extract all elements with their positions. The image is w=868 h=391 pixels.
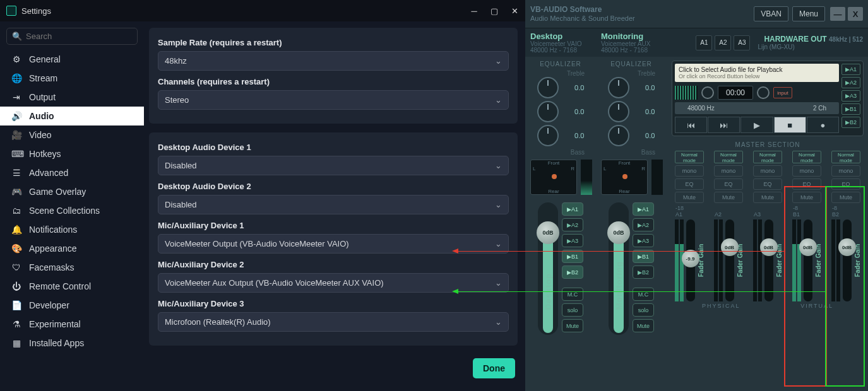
- a2-eq-button[interactable]: EQ: [714, 178, 743, 190]
- desktop-mc-button[interactable]: M.C: [562, 288, 583, 301]
- sidebar-item-stream[interactable]: 🌐Stream: [0, 69, 144, 88]
- sidebar-item-scenecollections[interactable]: 🗂Scene Collections: [0, 201, 144, 220]
- sidebar-item-appearance[interactable]: 🎨Appearance: [0, 239, 144, 258]
- b1-fader[interactable]: 0dB: [804, 219, 812, 301]
- desktop-b2-button[interactable]: ▶B2: [562, 266, 583, 279]
- a3-fader[interactable]: 0dB: [764, 219, 773, 301]
- a3-eq-button[interactable]: EQ: [753, 178, 782, 190]
- rewind-button[interactable]: ⏮: [675, 117, 707, 133]
- b1-eq-button[interactable]: EQ: [792, 178, 821, 190]
- rec-a3-button[interactable]: ▶A3: [841, 90, 860, 102]
- mon-b1-button[interactable]: ▶B1: [633, 250, 654, 263]
- menu-button[interactable]: Menu: [792, 6, 825, 21]
- mon-a1-button[interactable]: ▶A1: [633, 202, 654, 216]
- a2-mute-button[interactable]: Mute: [714, 192, 743, 203]
- a1-mono-button[interactable]: mono: [675, 165, 704, 177]
- sidebar-item-advanced[interactable]: ☰Advanced: [0, 163, 144, 182]
- sidebar-item-installedapps[interactable]: ▦Installed Apps: [0, 334, 144, 353]
- intellipan-desktop[interactable]: Front LR Rear: [530, 160, 577, 195]
- a2-mode-button[interactable]: Normal mode: [714, 151, 743, 163]
- a1-mode-button[interactable]: Normal mode: [675, 151, 704, 163]
- vban-button[interactable]: VBAN: [754, 6, 788, 21]
- desktop1-select[interactable]: Disabled⌄: [158, 156, 509, 175]
- sidebar-item-video[interactable]: 🎥Video: [0, 125, 144, 144]
- rec-b2-button[interactable]: ▶B2: [841, 117, 860, 128]
- mon-mute-button[interactable]: Mute: [633, 319, 654, 332]
- sidebar-item-notifications[interactable]: 🔔Notifications: [0, 220, 144, 239]
- channels-select[interactable]: Stereo⌄: [158, 90, 509, 110]
- treble-knob[interactable]: [537, 77, 559, 98]
- b2-eq-button[interactable]: EQ: [831, 178, 860, 190]
- a1-eq-button[interactable]: EQ: [675, 178, 704, 190]
- mon-mc-button[interactable]: M.C: [633, 288, 654, 301]
- intellipan-monitoring[interactable]: Front LR Rear: [601, 160, 648, 195]
- desktop-a2-button[interactable]: ▶A2: [562, 218, 583, 231]
- b1-mode-button[interactable]: Normal mode: [792, 151, 821, 163]
- mid-knob-mon[interactable]: [608, 101, 629, 122]
- mon-a3-button[interactable]: ▶A3: [633, 234, 654, 247]
- desktop-a1-button[interactable]: ▶A1: [562, 202, 583, 216]
- desktop-b1-button[interactable]: ▶B1: [562, 250, 583, 263]
- desktop2-select[interactable]: Disabled⌄: [158, 195, 509, 214]
- sidebar-item-audio[interactable]: 🔊Audio: [0, 107, 144, 125]
- a3-mono-button[interactable]: mono: [753, 165, 782, 177]
- sidebar-item-remotecontrol[interactable]: ⏻Remote Control: [0, 277, 144, 296]
- sidebar-item-output[interactable]: ⇥Output: [0, 88, 144, 107]
- done-button[interactable]: Done: [473, 358, 515, 378]
- b2-mute-button[interactable]: Mute: [831, 192, 860, 203]
- bass-knob[interactable]: [537, 125, 559, 146]
- hardware-a1-button[interactable]: A1: [696, 35, 712, 50]
- mic3-select[interactable]: Microfoon (Realtek(R) Audio)⌄: [158, 312, 509, 332]
- a2-mono-button[interactable]: mono: [714, 165, 743, 177]
- record-button[interactable]: ●: [807, 117, 839, 133]
- b2-fader[interactable]: 0dB: [843, 219, 852, 301]
- rec-b1-button[interactable]: ▶B1: [841, 103, 860, 115]
- close-button[interactable]: ✕: [510, 6, 519, 16]
- mon-b2-button[interactable]: ▶B2: [633, 266, 654, 279]
- fader-desktop[interactable]: 0dB Desktop: [538, 202, 558, 335]
- mid-knob[interactable]: [537, 101, 559, 122]
- hardware-a2-button[interactable]: A2: [715, 35, 731, 50]
- treble-knob-mon[interactable]: [608, 77, 629, 98]
- hardware-a3-button[interactable]: A3: [734, 35, 750, 50]
- rec-a1-button[interactable]: ▶A1: [841, 64, 860, 75]
- sidebar-item-experimental[interactable]: ⚗Experimental: [0, 315, 144, 334]
- a3-mute-button[interactable]: Mute: [753, 192, 782, 203]
- search-input-wrap[interactable]: 🔍: [6, 28, 138, 45]
- desktop-mute-button[interactable]: Mute: [562, 319, 583, 332]
- a1-mute-button[interactable]: Mute: [675, 192, 704, 203]
- mon-solo-button[interactable]: solo: [633, 303, 654, 317]
- rec-input-button[interactable]: input: [773, 87, 792, 98]
- monitoring-header[interactable]: Monitoring Voicemeeter AUX 48000 Hz - 71…: [601, 32, 672, 54]
- play-button[interactable]: ▶: [740, 117, 773, 133]
- maximize-button[interactable]: ▢: [490, 6, 499, 16]
- sidebar-item-facemasks[interactable]: 🛡Facemasks: [0, 258, 144, 277]
- sidebar-item-gameoverlay[interactable]: 🎮Game Overlay: [0, 182, 144, 201]
- desktop-header[interactable]: Desktop Voicemeeter VAIO 48000 Hz - 7168: [530, 32, 601, 54]
- rec-a2-button[interactable]: ▶A2: [841, 77, 860, 88]
- b2-mono-button[interactable]: mono: [831, 165, 860, 177]
- search-input[interactable]: [26, 32, 132, 41]
- stop-button[interactable]: ■: [774, 117, 806, 133]
- b2-mode-button[interactable]: Normal mode: [831, 151, 860, 163]
- a1-fader[interactable]: -9.9: [686, 219, 695, 301]
- file-select-area[interactable]: Click to Select Audio file for Playback …: [675, 64, 839, 82]
- vm-close-button[interactable]: X: [848, 7, 863, 21]
- vm-minimize-button[interactable]: —: [830, 7, 845, 21]
- a2-fader[interactable]: 0dB: [725, 219, 734, 301]
- desktop-solo-button[interactable]: solo: [562, 303, 583, 317]
- fader-monitoring[interactable]: 0dB Monitoring: [609, 202, 629, 335]
- minimize-button[interactable]: ─: [470, 6, 479, 16]
- sidebar-item-hotkeys[interactable]: ⌨Hotkeys: [0, 144, 144, 163]
- hardware-out-device[interactable]: Lijn (MG-XU): [758, 44, 863, 50]
- desktop-a3-button[interactable]: ▶A3: [562, 234, 583, 247]
- b1-mute-button[interactable]: Mute: [792, 192, 821, 203]
- mon-a2-button[interactable]: ▶A2: [633, 218, 654, 231]
- forward-button[interactable]: ⏭: [708, 117, 740, 133]
- b1-mono-button[interactable]: mono: [792, 165, 821, 177]
- sidebar-item-developer[interactable]: 📄Developer: [0, 296, 144, 315]
- samplerate-select[interactable]: 48khz⌄: [158, 51, 509, 71]
- bass-knob-mon[interactable]: [608, 125, 629, 146]
- sidebar-item-general[interactable]: ⚙General: [0, 50, 144, 69]
- a3-mode-button[interactable]: Normal mode: [753, 151, 782, 163]
